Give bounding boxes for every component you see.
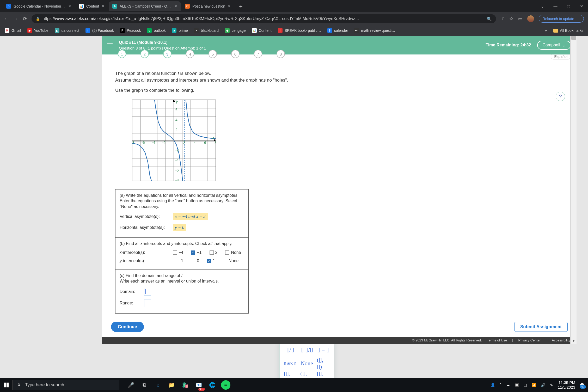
bm-calender[interactable]: 5calender bbox=[327, 28, 348, 33]
q-nav-4[interactable]: 4 bbox=[186, 50, 194, 58]
bm-outlook[interactable]: ooutlook bbox=[147, 28, 166, 33]
tab-post[interactable]: C Post a new question ✕ bbox=[181, 1, 234, 11]
range-input[interactable] bbox=[144, 299, 151, 307]
close-window-icon[interactable]: ✕ bbox=[575, 0, 588, 12]
bm-blackboard[interactable]: ▪blackboard bbox=[194, 28, 219, 33]
store-icon[interactable]: 🛍️ bbox=[180, 380, 190, 390]
q-nav-2[interactable]: 2 bbox=[140, 50, 149, 58]
intercept-option[interactable]: −1 bbox=[191, 250, 201, 255]
mic-icon[interactable]: 🎤 bbox=[126, 380, 136, 390]
profile-avatar[interactable] bbox=[527, 15, 534, 22]
close-icon[interactable]: ✕ bbox=[228, 4, 231, 8]
share-icon[interactable]: ⇪ bbox=[501, 16, 505, 22]
intercept-option[interactable]: 2 bbox=[210, 250, 218, 255]
address-bar[interactable]: 🔒 https://www-awu.aleks.com/alekscgi/x/I… bbox=[32, 14, 496, 23]
bm-peacock[interactable]: PPeacock bbox=[120, 28, 141, 33]
palette-button[interactable]: None bbox=[300, 358, 313, 368]
checkbox[interactable] bbox=[173, 259, 177, 263]
new-tab-button[interactable]: ＋ bbox=[237, 2, 245, 10]
checkbox[interactable] bbox=[225, 250, 229, 255]
intercept-option[interactable]: −4 bbox=[173, 250, 183, 255]
intercept-option[interactable]: −1 bbox=[173, 259, 183, 263]
submit-assignment-button[interactable]: Submit Assignment bbox=[514, 322, 568, 332]
relaunch-button[interactable]: Relaunch to update⋮ bbox=[539, 15, 584, 23]
search-icon[interactable]: 🔍 bbox=[487, 16, 492, 21]
palette-button[interactable]: (▯, ▯) bbox=[317, 358, 330, 368]
checkbox[interactable] bbox=[210, 250, 214, 255]
intercept-option[interactable]: 0 bbox=[191, 259, 199, 263]
security-icon[interactable]: 🔲 bbox=[514, 383, 519, 387]
help-icon[interactable]: ? bbox=[556, 92, 565, 101]
forward-icon[interactable]: → bbox=[14, 16, 18, 22]
q-nav-7[interactable]: 7 bbox=[254, 50, 262, 58]
bm-content[interactable]: 📊Content bbox=[252, 28, 272, 33]
close-icon[interactable]: ✕ bbox=[68, 4, 71, 8]
checkbox[interactable] bbox=[173, 250, 177, 255]
onedrive-icon[interactable]: ☁ bbox=[506, 383, 510, 387]
scroll-thumb[interactable] bbox=[571, 36, 576, 40]
intercept-option[interactable]: None bbox=[223, 259, 238, 263]
wifi-icon[interactable]: 📶 bbox=[532, 383, 536, 387]
maximize-icon[interactable]: ▢ bbox=[562, 0, 575, 12]
tab-content[interactable]: 📊 Content ✕ bbox=[75, 1, 108, 11]
back-icon[interactable]: ← bbox=[4, 16, 9, 22]
taskbar-search[interactable]: ⭘ Type here to search bbox=[13, 380, 119, 390]
ha-answer[interactable]: y = 0 bbox=[173, 224, 186, 231]
checkbox[interactable] bbox=[191, 259, 195, 263]
checkbox[interactable] bbox=[207, 259, 211, 263]
q-nav-1[interactable]: 1 bbox=[118, 50, 126, 58]
pen-icon[interactable]: ✎ bbox=[550, 383, 553, 387]
q-nav-8[interactable]: 8 bbox=[277, 50, 285, 58]
chrome-icon[interactable]: 🌐 bbox=[207, 380, 217, 390]
palette-button[interactable]: ▯ = ▯ bbox=[317, 345, 330, 355]
panel-icon[interactable]: ▭ bbox=[518, 16, 523, 22]
bm-prime[interactable]: aprime bbox=[172, 28, 188, 33]
bm-gmail[interactable]: MGmail bbox=[5, 28, 21, 33]
minimize-icon[interactable]: — bbox=[549, 0, 562, 12]
bm-speak[interactable]: !SPEAK book- public… bbox=[278, 28, 321, 33]
domain-input[interactable] bbox=[144, 288, 151, 296]
close-icon[interactable]: ✕ bbox=[102, 4, 105, 8]
tab-gcal[interactable]: 5 Google Calendar - November 20 ✕ bbox=[3, 1, 75, 11]
bm-youtube[interactable]: ▶YouTube bbox=[27, 28, 48, 33]
intercept-option[interactable]: None bbox=[225, 250, 241, 255]
menu-icon[interactable] bbox=[107, 43, 113, 47]
tray-up-icon[interactable]: ˄ bbox=[500, 383, 501, 387]
start-button[interactable] bbox=[0, 382, 13, 388]
language-toggle[interactable]: Español bbox=[551, 54, 571, 59]
scroll-down-icon[interactable]: ▾ bbox=[571, 338, 577, 344]
chevron-down-icon[interactable]: ⌄ bbox=[536, 0, 549, 12]
volume-icon[interactable]: 🔊 bbox=[541, 383, 545, 387]
continue-button[interactable]: Continue bbox=[111, 322, 144, 332]
link-terms[interactable]: Terms of Use bbox=[487, 338, 507, 342]
mail-icon[interactable]: 📧99+ bbox=[194, 380, 203, 390]
palette-button[interactable]: ▯/▯ bbox=[284, 345, 297, 355]
taskview-icon[interactable]: ⧉ bbox=[140, 380, 149, 390]
bm-uaconnect[interactable]: ◐ua connect bbox=[55, 28, 79, 33]
link-privacy[interactable]: Privacy Center bbox=[518, 338, 541, 342]
checkbox[interactable] bbox=[191, 250, 195, 255]
checkbox[interactable] bbox=[223, 259, 227, 263]
bm-facebook[interactable]: f(5) Facebook bbox=[85, 28, 114, 33]
intercept-option[interactable]: 1 bbox=[207, 259, 215, 263]
link-accessibility[interactable]: Accessibility bbox=[552, 338, 570, 342]
page-scrollbar[interactable]: ▴ ▾ bbox=[570, 36, 577, 344]
user-menu[interactable]: Campbell⌄ bbox=[537, 41, 571, 50]
clock[interactable]: 11:35 PM11/5/2023 bbox=[558, 380, 575, 390]
all-bookmarks[interactable]: All Bookmarks bbox=[553, 28, 583, 33]
battery-icon[interactable]: ▢ bbox=[524, 383, 527, 387]
edge-icon[interactable]: e bbox=[153, 380, 163, 390]
va-answer[interactable]: x = −4 and x = 2 bbox=[173, 213, 208, 220]
people-icon[interactable]: 👤 bbox=[491, 383, 495, 387]
palette-button[interactable]: ▯ ▯/▯ bbox=[300, 345, 313, 355]
explorer-icon[interactable]: 📁 bbox=[167, 380, 176, 390]
palette-button[interactable]: ▯ and ▯ bbox=[284, 358, 297, 368]
q-nav-5[interactable]: 5 bbox=[209, 50, 217, 58]
notifications-icon[interactable]: 💬40 bbox=[580, 383, 584, 387]
bm-overflow-icon[interactable]: » bbox=[545, 28, 547, 33]
tab-aleks[interactable]: A ALEKS - Campbell Creed - Quiz # ✕ bbox=[109, 1, 181, 11]
q-nav-3[interactable]: 3 bbox=[163, 50, 172, 58]
bm-math[interactable]: Bbmath review questi… bbox=[354, 28, 395, 33]
q-nav-6[interactable]: 6 bbox=[231, 50, 240, 58]
spotify-icon[interactable]: ≡ bbox=[221, 380, 230, 390]
